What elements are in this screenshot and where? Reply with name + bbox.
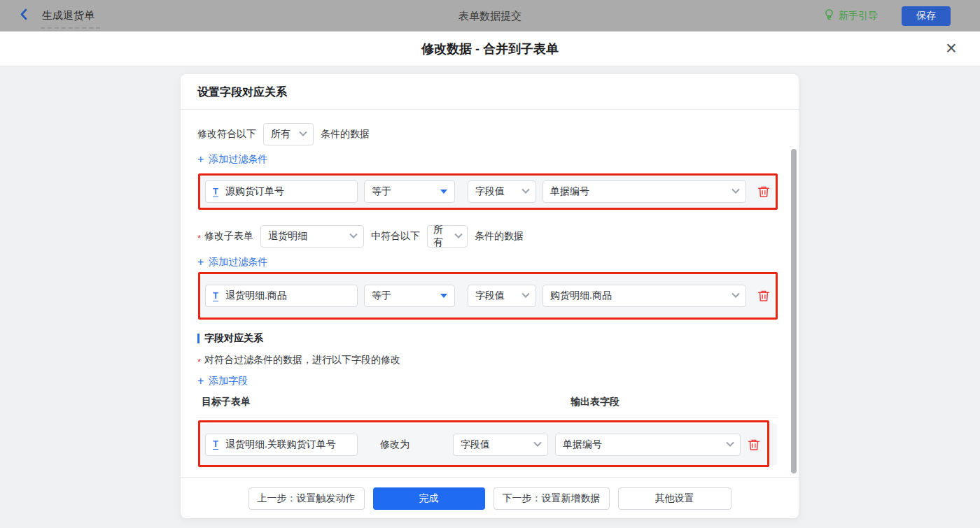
filter2-sentence: * 修改子表单 退货明细 中符合以下 所有 条件的数据 xyxy=(197,225,524,248)
row2-value-type: 字段值 xyxy=(475,290,505,302)
mapping-section-title: 字段对应关系 xyxy=(204,332,263,345)
mapping-description-row: * 对符合过滤条件的数据，进行以下字段的修改 xyxy=(197,354,400,367)
save-button[interactable]: 保存 xyxy=(902,6,951,26)
required-mark: * xyxy=(197,357,201,367)
row1-field-select[interactable]: T 源购货订单号 xyxy=(205,180,358,203)
filter1-suffix: 条件的数据 xyxy=(321,128,370,141)
mapping-section-header: 字段对应关系 xyxy=(197,332,263,345)
mapping-row: T 退货明细.关联购货订单号 修改为 字段值 单据编号 xyxy=(200,424,777,465)
row2-operator-select[interactable]: 等于 xyxy=(364,285,455,307)
other-settings-button[interactable]: 其他设置 xyxy=(618,487,732,510)
text-field-icon: T xyxy=(213,439,218,450)
column-header-target-subform: 目标子表单 xyxy=(202,396,251,408)
add-filter-condition-link-2[interactable]: + 添加过滤条件 xyxy=(197,256,267,269)
mapping-description: 对符合过滤条件的数据，进行以下字段的修改 xyxy=(204,354,400,366)
filter1-match-value: 所有 xyxy=(271,128,290,141)
column-header-output-field: 输出表字段 xyxy=(570,396,620,408)
row3-value: 单据编号 xyxy=(563,438,602,451)
screen: 生成退货单 表单数据提交 新手引导 保存 修改数据 - 合并到子表单 × 设置字… xyxy=(0,0,980,528)
column-divider xyxy=(197,417,777,418)
filter1-sentence: 修改符合以下 所有 条件的数据 xyxy=(197,123,370,145)
chevron-down-icon xyxy=(299,129,307,136)
card-footer: 上一步：设置触发动作 完成 下一步：设置新增数据 其他设置 xyxy=(181,477,799,518)
chevron-down-icon xyxy=(732,186,739,194)
row1-operator-select[interactable]: 等于 xyxy=(364,180,455,203)
previous-step-button[interactable]: 上一步：设置触发动作 xyxy=(248,487,365,510)
chevron-down-icon xyxy=(732,290,739,298)
row2-value-select[interactable]: 购货明细.商品 xyxy=(542,285,746,307)
row3-value-type: 字段值 xyxy=(461,438,490,451)
row2-field-select[interactable]: T 退货明细.商品 xyxy=(205,285,358,307)
row1-value-type: 字段值 xyxy=(475,185,505,198)
chevron-down-icon xyxy=(522,186,529,194)
filter2-label: 修改子表单 xyxy=(204,230,253,243)
row3-value-type-select[interactable]: 字段值 xyxy=(453,434,548,456)
row2-operator-value: 等于 xyxy=(372,290,391,302)
row3-value-select[interactable]: 单据编号 xyxy=(555,434,741,456)
row1-value-type-select[interactable]: 字段值 xyxy=(468,180,536,203)
card-body: 修改符合以下 所有 条件的数据 + 添加过滤条件 xyxy=(181,110,799,477)
add-field-link[interactable]: + 添加字段 xyxy=(197,375,248,387)
add-field-label: 添加字段 xyxy=(209,375,248,387)
settings-card: 设置字段对应关系 修改符合以下 所有 条件的数据 + 添加过滤条件 xyxy=(181,74,799,518)
topbar-actions: 新手引导 保存 xyxy=(824,0,951,31)
text-field-icon: T xyxy=(213,291,218,301)
filter2-subform-select[interactable]: 退货明细 xyxy=(260,225,364,248)
row3-field-value: 退货明细.关联购货订单号 xyxy=(225,438,336,451)
row3-field-select[interactable]: T 退货明细.关联购货订单号 xyxy=(205,434,358,456)
section-accent-bar xyxy=(197,334,200,343)
plus-icon: + xyxy=(197,256,204,269)
beginner-guide-link[interactable]: 新手引导 xyxy=(824,8,878,23)
chevron-down-icon xyxy=(522,290,529,298)
close-icon[interactable]: × xyxy=(939,37,963,61)
chevron-down-icon xyxy=(533,438,541,446)
add-filter-condition-link-1[interactable]: + 添加过滤条件 xyxy=(197,153,267,166)
caret-down-icon xyxy=(440,190,447,194)
modal-header: 修改数据 - 合并到子表单 × xyxy=(0,31,980,66)
row1-operator-value: 等于 xyxy=(372,185,391,198)
row3-action-label: 修改为 xyxy=(380,438,410,451)
filter2-match-select[interactable]: 所有 xyxy=(427,225,468,248)
plus-icon: + xyxy=(197,375,204,387)
delete-row-icon[interactable] xyxy=(748,438,760,451)
filter2-suffix: 条件的数据 xyxy=(475,230,524,243)
vertical-scrollbar[interactable] xyxy=(791,149,797,473)
add-filter-label-2: 添加过滤条件 xyxy=(209,256,267,269)
chevron-down-icon xyxy=(454,231,462,238)
modal-title: 修改数据 - 合并到子表单 xyxy=(0,31,980,66)
chevron-down-icon xyxy=(726,438,734,446)
chevron-down-icon xyxy=(349,231,357,238)
done-button[interactable]: 完成 xyxy=(373,487,485,510)
filter1-match-select[interactable]: 所有 xyxy=(263,123,314,145)
filter2-middle: 中符合以下 xyxy=(371,230,420,243)
row2-value: 购货明细.商品 xyxy=(550,290,612,302)
lightbulb-icon xyxy=(824,8,839,23)
filter1-prefix: 修改符合以下 xyxy=(197,128,256,141)
required-mark: * xyxy=(197,233,201,243)
beginner-guide-label: 新手引导 xyxy=(839,10,878,22)
annotation-box-1: T 源购货订单号 等于 字段值 单据编号 xyxy=(198,173,778,210)
add-filter-label-1: 添加过滤条件 xyxy=(209,153,267,166)
filter-condition-row-2: T 退货明细.商品 等于 字段值 购货明细.商品 xyxy=(200,274,776,317)
filter2-match-value: 所有 xyxy=(433,224,452,249)
annotation-box-2: T 退货明细.商品 等于 字段值 购货明细.商品 xyxy=(198,272,778,320)
row2-field-value: 退货明细.商品 xyxy=(225,290,287,302)
filter2-subform-value: 退货明细 xyxy=(268,230,307,243)
row2-value-type-select[interactable]: 字段值 xyxy=(468,285,536,307)
modal-body: 设置字段对应关系 修改符合以下 所有 条件的数据 + 添加过滤条件 xyxy=(0,66,980,528)
card-title: 设置字段对应关系 xyxy=(181,74,799,110)
delete-row-icon[interactable] xyxy=(757,290,770,302)
next-step-button[interactable]: 下一步：设置新增数据 xyxy=(493,487,610,510)
caret-down-icon xyxy=(440,294,447,298)
top-bar: 生成退货单 表单数据提交 新手引导 保存 xyxy=(0,0,980,31)
filter-condition-row-1: T 源购货订单号 等于 字段值 单据编号 xyxy=(200,176,776,208)
text-field-icon: T xyxy=(213,187,218,197)
row1-value: 单据编号 xyxy=(550,185,589,198)
row1-value-select[interactable]: 单据编号 xyxy=(542,180,746,203)
plus-icon: + xyxy=(197,153,204,166)
row1-field-value: 源购货订单号 xyxy=(225,185,284,198)
delete-row-icon[interactable] xyxy=(757,185,770,198)
